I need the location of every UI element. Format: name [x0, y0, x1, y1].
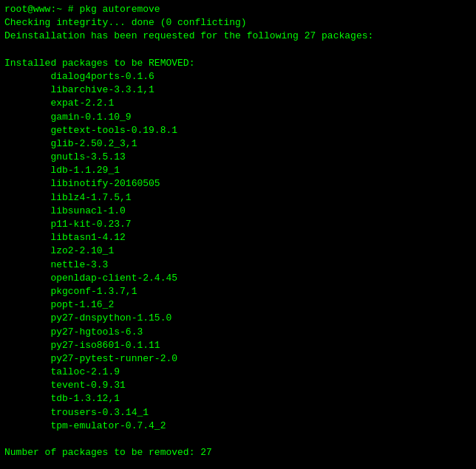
terminal-line-pkg27: tpm-emulator-0.7.4_2	[4, 420, 472, 433]
terminal-line-pkg21: py27-iso8601-0.1.11	[4, 339, 472, 352]
terminal-line-pkg6: glib-2.50.2_3,1	[4, 137, 472, 151]
terminal-line-pkg17: pkgconf-1.3.7,1	[4, 285, 472, 298]
terminal-line-pkg11: libsunacl-1.0	[4, 205, 472, 218]
terminal-line-pkg16: openldap-client-2.4.45	[4, 272, 472, 285]
terminal-line-pkg12: p11-kit-0.23.7	[4, 218, 472, 231]
terminal-line-pkg13: libtasn1-4.12	[4, 231, 472, 244]
terminal-line-pkg9: libinotify-20160505	[4, 177, 472, 191]
terminal-line-checking: Checking integrity... done (0 conflictin…	[4, 16, 472, 30]
terminal-line-pkg18: popt-1.16_2	[4, 298, 472, 312]
terminal-line-pkg14: lzo2-2.10_1	[4, 244, 472, 258]
terminal-line-count-msg: Number of packages to be removed: 27	[4, 446, 472, 459]
terminal-line-empty3	[4, 459, 472, 469]
terminal-line-pkg4: gamin-0.1.10_9	[4, 111, 472, 124]
terminal-line-pkg15: nettle-3.3	[4, 259, 472, 272]
terminal-line-pkg25: tdb-1.3.12,1	[4, 392, 472, 405]
terminal-line-pkg20: py27-hgtools-6.3	[4, 326, 472, 339]
terminal-line-pkg10: liblz4-1.7.5,1	[4, 191, 472, 205]
terminal-line-pkg5: gettext-tools-0.19.8.1	[4, 124, 472, 137]
terminal-line-pkg23: talloc-2.1.9	[4, 366, 472, 379]
terminal-line-pkg19: py27-dnspython-1.15.0	[4, 312, 472, 325]
terminal-line-pkg2: libarchive-3.3.1,1	[4, 83, 472, 97]
terminal-line-pkg3: expat-2.2.1	[4, 97, 472, 110]
terminal: root@www:~ # pkg autoremoveChecking inte…	[4, 3, 472, 466]
terminal-line-pkg8: ldb-1.1.29_1	[4, 164, 472, 177]
terminal-line-empty1	[4, 44, 472, 57]
terminal-line-installed-header: Installed packages to be REMOVED:	[4, 57, 472, 70]
terminal-line-pkg1: dialog4ports-0.1.6	[4, 70, 472, 83]
terminal-line-deinstall-msg: Deinstallation has been requested for th…	[4, 30, 472, 43]
terminal-line-prompt: root@www:~ # pkg autoremove	[4, 3, 472, 16]
terminal-line-pkg26: trousers-0.3.14_1	[4, 406, 472, 420]
terminal-line-pkg22: py27-pytest-runner-2.0	[4, 352, 472, 366]
terminal-line-pkg7: gnutls-3.5.13	[4, 151, 472, 164]
terminal-line-empty2	[4, 433, 472, 446]
terminal-line-pkg24: tevent-0.9.31	[4, 379, 472, 392]
